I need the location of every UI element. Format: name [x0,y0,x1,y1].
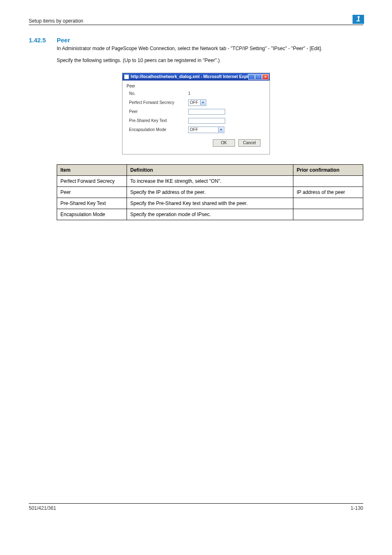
table-header-item: Item [57,164,127,175]
table-header-prior: Prior confirmation [293,164,363,175]
table-cell: Peer [57,187,127,198]
table-cell [293,209,363,220]
dialog-title: http://localhost/network_dialog.xml - Mi… [131,74,248,79]
section-number: 1.42.5 [29,37,57,44]
pfs-label: Perfect Forward Secrecy [127,100,188,105]
peer-input[interactable] [188,109,225,115]
close-button[interactable]: × [262,74,269,80]
table-cell: Perfect Forward Secrecy [57,175,127,187]
paragraph-1: In Administrator mode of PageScope Web C… [57,45,363,52]
encap-select-value: OFF [190,127,198,132]
running-title: Setup items by operation [29,18,83,24]
psk-input[interactable] [188,118,225,124]
ie-icon [124,74,129,79]
table-header-definition: Definition [127,164,293,175]
chapter-number-badge: 1 [353,15,364,24]
no-label: No. [127,91,188,96]
table-cell: To increase the IKE strength, select "ON… [127,175,293,187]
table-cell: Encapsulation Mode [57,209,127,220]
table-cell [293,198,363,209]
table-cell: Specify the operation mode of IPsec. [127,209,293,220]
table-row: Encapsulation Mode Specify the operation… [57,209,363,220]
pfs-select-value: OFF [190,100,198,105]
table-row: Peer Specify the IP address of the peer.… [57,187,363,198]
encap-label: Encapsulation Mode [127,127,188,132]
table-row: Perfect Forward Secrecy To increase the … [57,175,363,187]
psk-label: Pre-Shared Key Text [127,118,188,123]
section-title: Peer [57,37,70,44]
table-cell: Specify the IP address of the peer. [127,187,293,198]
table-cell: Specify the Pre-Shared Key text shared w… [127,198,293,209]
pfs-select[interactable]: OFF ▾ [188,99,206,106]
table-cell [293,175,363,187]
definitions-table: Item Definition Prior confirmation Perfe… [57,164,363,220]
dialog-section-label: Peer [127,84,265,88]
chevron-down-icon: ▾ [218,127,224,132]
encap-select[interactable]: OFF ▾ [188,127,224,133]
no-value: 1 [188,91,191,96]
cancel-button[interactable]: Cancel [238,139,261,147]
ok-button[interactable]: OK [213,139,235,147]
table-cell: IP address of the peer [293,187,363,198]
maximize-button[interactable]: □ [255,74,262,80]
paragraph-2: Specify the following settings. (Up to 1… [57,57,363,64]
footer-left: 501/421/361 [29,505,56,511]
footer-right: 1-130 [350,505,363,511]
dialog-window: http://localhost/network_dialog.xml - Mi… [122,73,270,154]
minimize-button[interactable]: _ [248,74,255,80]
chevron-down-icon: ▾ [200,100,205,105]
peer-label: Peer [127,109,188,114]
table-row: Pre-Shared Key Text Specify the Pre-Shar… [57,198,363,209]
dialog-titlebar: http://localhost/network_dialog.xml - Mi… [122,73,270,81]
table-cell: Pre-Shared Key Text [57,198,127,209]
